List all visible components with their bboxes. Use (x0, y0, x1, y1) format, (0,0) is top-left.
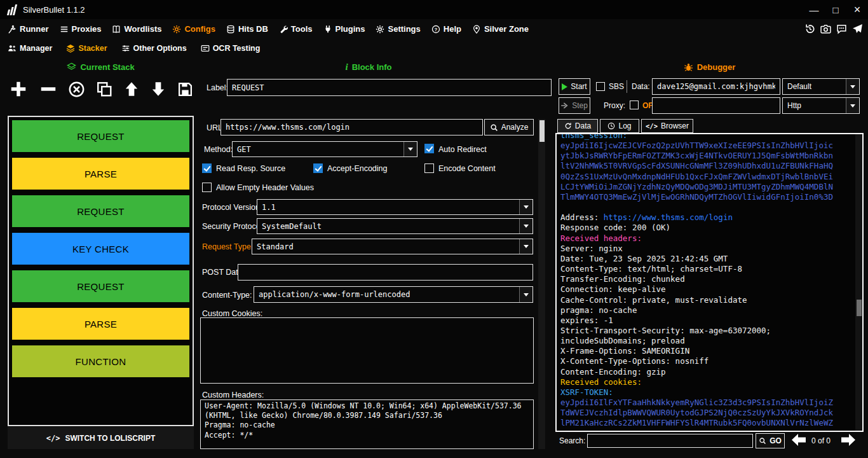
protocol-version-dropdown[interactable]: 1.1 (257, 199, 533, 215)
log-line: Date: Tue, 23 Sep 2025 21:42:45 GMT (560, 254, 854, 264)
accept-encoding-checkbox[interactable] (313, 163, 323, 173)
proxy-label: Proxy: (604, 101, 625, 110)
log-scrollbar[interactable] (855, 134, 862, 431)
stack-block-function-6[interactable]: FUNCTION (12, 345, 189, 377)
log-line: LCJtYWMiOiJmZGNjYzdhNzQyMDQwODg3MDJiMTU3… (560, 182, 854, 192)
url-input[interactable] (220, 119, 483, 135)
menu-item-label: Runner (20, 24, 49, 34)
log-line: includeSubDomains; preload (560, 336, 854, 346)
scrollbar-thumb[interactable] (539, 120, 545, 142)
post-data-input[interactable] (238, 264, 533, 281)
proxy-type-dropdown[interactable]: Http (782, 97, 860, 114)
bug-icon (684, 62, 693, 72)
read-resp-source-checkbox[interactable] (202, 163, 212, 173)
menu-item-hits-db[interactable]: Hits DB (226, 24, 268, 34)
request-type-dropdown[interactable]: Standard (252, 239, 533, 254)
menu-item-proxies[interactable]: Proxies (60, 24, 102, 34)
menu-item-wordlists[interactable]: Wordlists (112, 24, 161, 34)
log-output[interactable]: thsms_session:eyJpdiI6IjcwZEJCVFozQ2pzUV… (560, 133, 854, 429)
block-info-header: i Block Info (200, 60, 537, 73)
stacker-icon (66, 44, 75, 53)
submenu-item-manager[interactable]: Manager (8, 44, 52, 53)
next-result-button[interactable] (841, 433, 856, 447)
maximize-button[interactable]: □ (825, 0, 846, 19)
method-dropdown[interactable]: GET (232, 141, 417, 157)
log-line: eyJpdiI6IjcwZEJCVFozQ2pzUVhTTW9xeXIzeEE9… (560, 141, 854, 151)
add-block-button[interactable] (9, 80, 28, 99)
menu-item-plugins[interactable]: Plugins (323, 24, 365, 34)
allow-empty-header-label: Allow Empty Header Values (216, 183, 314, 192)
content-type-label: Content-Type: (202, 291, 252, 300)
start-button[interactable]: Start (559, 78, 590, 95)
menu-item-label: Wordlists (124, 24, 161, 34)
info-icon: i (345, 62, 348, 73)
menubar-items: RunnerProxiesWordlistsConfigsHits DBTool… (0, 19, 868, 39)
move-down-button[interactable] (150, 81, 166, 97)
chevron-down-icon (846, 98, 859, 113)
tab-log[interactable]: Log (600, 119, 639, 133)
log-line: Strict-Transport-Security: max-age=63072… (560, 326, 854, 336)
content-type-dropdown[interactable]: application/x-www-form-urlencoded (254, 286, 533, 303)
menu-item-tools[interactable]: Tools (279, 24, 313, 34)
menu-item-help[interactable]: ?Help (431, 24, 461, 34)
close-button[interactable]: × (846, 0, 868, 19)
stack-block-request-2[interactable]: REQUEST (12, 195, 189, 227)
menu-item-configs[interactable]: Configs (172, 24, 215, 34)
log-line: Transfer-Encoding: chunked (560, 274, 854, 284)
submenu-item-label: OCR Testing (213, 44, 261, 53)
code-icon: </> (646, 122, 658, 130)
step-button[interactable]: Step (559, 97, 590, 114)
menu-item-settings[interactable]: Settings (376, 24, 420, 34)
scrollbar-thumb[interactable] (857, 300, 862, 316)
encode-content-checkbox[interactable] (424, 163, 434, 173)
proxy-checkbox[interactable] (630, 101, 639, 109)
custom-cookies-textarea[interactable] (200, 317, 534, 384)
stack-block-parse-1[interactable]: PARSE (12, 158, 189, 190)
stack-block-request-0[interactable]: REQUEST (12, 120, 189, 152)
save-stack-button[interactable] (177, 81, 193, 97)
debug-data-input[interactable] (652, 78, 780, 95)
auto-redirect-checkbox[interactable] (424, 144, 434, 153)
analyze-button[interactable]: Analyze (484, 119, 534, 135)
proxy-input[interactable] (652, 97, 780, 114)
clone-block-button[interactable] (96, 81, 112, 97)
remove-block-button[interactable] (39, 80, 58, 99)
custom-headers-textarea[interactable]: User-Agent: Mozilla/5.0 (Windows NT 10.0… (200, 399, 534, 449)
chevron-down-icon (519, 287, 532, 302)
menu-item-silver-zone[interactable]: Silver Zone (472, 24, 529, 34)
runner-icon (8, 25, 17, 34)
camera-icon[interactable] (820, 24, 831, 34)
submenu-item-label: Manager (20, 44, 52, 53)
search-go-button[interactable]: GO (756, 433, 785, 448)
stack-block-request-4[interactable]: REQUEST (12, 270, 189, 302)
log-line: expires: -1 (560, 316, 854, 326)
submenu-item-stacker[interactable]: Stacker (66, 44, 107, 53)
sbs-checkbox[interactable] (596, 82, 605, 91)
block-info-scrollbar[interactable] (538, 119, 545, 449)
send-icon[interactable] (852, 24, 863, 34)
tab-data[interactable]: Data (557, 119, 598, 133)
log-line: Content-Type: text/html; charset=UTF-8 (560, 264, 854, 274)
label-input[interactable] (227, 79, 552, 96)
submenu-item-ocr-testing[interactable]: OCR Testing (201, 44, 261, 53)
move-up-button[interactable] (123, 81, 140, 97)
security-protocol-dropdown[interactable]: SystemDefault (257, 218, 533, 234)
app-logo-icon (8, 4, 16, 15)
chat-icon[interactable] (836, 24, 847, 34)
switch-to-loliscript-button[interactable]: </> SWITCH TO LOLISCRIPT (8, 427, 194, 449)
wordlist-type-dropdown[interactable]: Default (782, 78, 860, 95)
tab-browser[interactable]: </> Browser (641, 119, 693, 133)
history-icon[interactable] (804, 24, 815, 34)
submenu-item-other-options[interactable]: Other Options (121, 44, 187, 53)
menu-item-runner[interactable]: Runner (8, 24, 49, 34)
search-counter: 0 of 0 (811, 436, 831, 445)
stack-block-parse-5[interactable]: PARSE (12, 308, 189, 340)
allow-empty-header-checkbox[interactable] (202, 183, 212, 192)
minimize-button[interactable]: — (803, 0, 825, 19)
disable-block-button[interactable] (68, 81, 85, 98)
stack-block-key-check-3[interactable]: KEY CHECK (12, 233, 189, 265)
log-line: ytJbkJsRWRYbFpERmFOZTZMK3cxWjE4NTkvOERUY… (560, 151, 854, 161)
current-stack-header: Current Stack (8, 60, 194, 73)
previous-result-button[interactable] (791, 433, 806, 447)
search-input[interactable] (587, 434, 753, 448)
